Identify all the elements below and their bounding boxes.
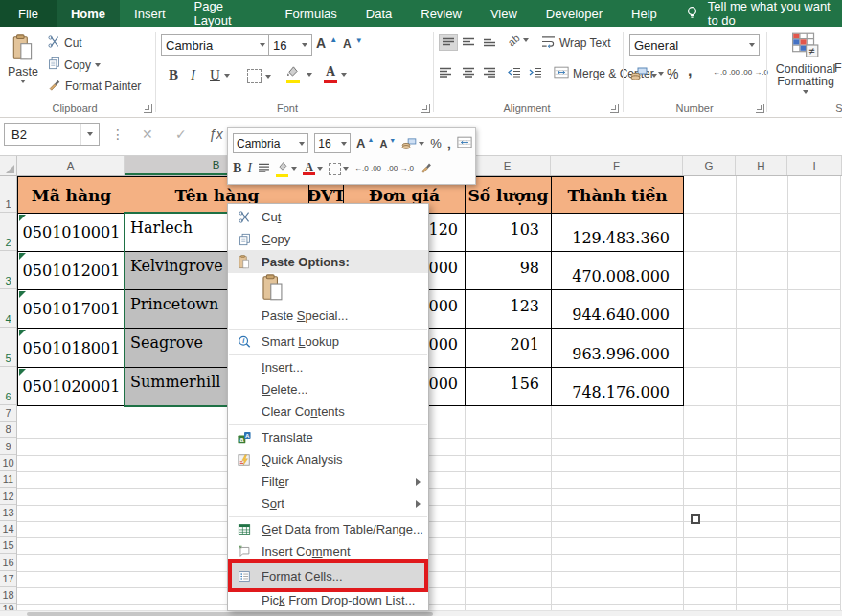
select-all-corner[interactable] <box>0 156 17 175</box>
number-format-combo[interactable]: General <box>629 34 760 56</box>
table-header-so-luong[interactable]: Số lượng <box>465 176 552 214</box>
font-size-combo[interactable]: 16 <box>268 34 312 56</box>
format-as-table-partial[interactable]: F <box>834 61 842 75</box>
cell-e4[interactable]: 123 <box>465 289 552 329</box>
cell-a5[interactable]: 0501018001 <box>17 328 125 368</box>
menu-item-filter[interactable]: Filter <box>228 470 428 492</box>
fill-color-button[interactable] <box>285 65 300 83</box>
format-painter-button[interactable]: Format Painter <box>48 79 141 94</box>
comma-style-button[interactable]: , <box>688 62 692 80</box>
row-header-6[interactable]: 6 <box>0 367 16 405</box>
cell-e5[interactable]: 201 <box>465 328 552 368</box>
bold-button[interactable]: B <box>169 67 178 83</box>
mini-fill-color-button[interactable] <box>276 160 297 177</box>
menu-item-clear-contents[interactable]: Clear Contents <box>228 400 428 422</box>
menu-item-paste-special[interactable]: Paste Special... <box>228 305 428 327</box>
tab-data[interactable]: Data <box>352 0 406 27</box>
underline-button[interactable]: U <box>210 67 230 83</box>
name-box-dropdown[interactable] <box>80 124 99 145</box>
row-header-13[interactable]: 13 <box>0 505 16 521</box>
increase-decimal-button[interactable]: ←.0 .00 <box>713 69 740 77</box>
mini-grow-font-button[interactable]: A▲ <box>356 136 374 150</box>
accounting-format-button[interactable] <box>630 67 657 83</box>
row-header-12[interactable]: 12 <box>0 488 16 505</box>
paste-button[interactable]: Paste <box>8 34 38 83</box>
row-header-3[interactable]: 3 <box>0 251 16 289</box>
mini-font-size-combo[interactable]: 16 <box>314 133 351 153</box>
menu-item-delete[interactable]: Delete... <box>228 378 428 400</box>
middle-align-button[interactable] <box>462 36 475 47</box>
mini-bold-button[interactable]: B <box>233 161 241 176</box>
row-header-7[interactable]: 7 <box>0 405 16 422</box>
font-dialog-launcher[interactable] <box>421 104 430 113</box>
column-header-a[interactable]: A <box>17 156 125 175</box>
insert-function-icon[interactable]: ƒx <box>209 126 223 142</box>
decrease-decimal-button[interactable]: .00 →.0 <box>741 69 768 77</box>
increase-indent-button[interactable] <box>529 67 542 78</box>
cell-a2[interactable]: 0501010001 <box>17 213 125 252</box>
top-align-button[interactable] <box>439 34 458 51</box>
tab-developer[interactable]: Developer <box>532 0 617 27</box>
mini-percent-button[interactable]: % <box>430 136 442 150</box>
font-name-combo[interactable]: Cambria <box>161 34 270 56</box>
paste-icon[interactable] <box>262 274 284 305</box>
cell-f5[interactable]: 963.996.000 <box>551 328 684 368</box>
row-header-14[interactable]: 14 <box>0 521 16 537</box>
mini-merge-center-button[interactable] <box>457 136 472 151</box>
row-header-4[interactable]: 4 <box>0 289 16 328</box>
tab-file[interactable]: File <box>0 0 57 27</box>
mini-decrease-decimal-button[interactable]: .00 →.0 <box>387 165 414 172</box>
wrap-text-button[interactable]: Wrap Text <box>541 35 611 51</box>
row-header-11[interactable]: 11 <box>0 471 16 488</box>
font-color-button[interactable]: A <box>324 64 337 83</box>
menu-item-get-data-from-table[interactable]: Get Data from Table/Range... <box>228 518 428 540</box>
font-color-caret[interactable] <box>341 73 347 77</box>
tab-insert[interactable]: Insert <box>120 0 180 27</box>
row-header-16[interactable]: 16 <box>0 554 16 571</box>
orientation-button[interactable]: ab <box>508 34 529 46</box>
alignment-dialog-launcher[interactable] <box>610 104 619 113</box>
row-header-1[interactable]: 1 <box>0 176 16 213</box>
clipboard-dialog-launcher[interactable] <box>144 104 152 113</box>
tab-help[interactable]: Help <box>617 0 671 27</box>
mini-align-button[interactable] <box>258 162 270 175</box>
mini-borders-button[interactable] <box>329 163 349 175</box>
tab-page-layout[interactable]: Page Layout <box>180 0 271 27</box>
copy-button[interactable]: Copy <box>48 57 101 73</box>
column-header-i[interactable]: I <box>787 156 842 175</box>
menu-item-cut[interactable]: Cut <box>228 206 428 228</box>
menu-item-paste[interactable] <box>228 273 428 305</box>
mini-format-painter-button[interactable] <box>420 162 433 176</box>
decrease-indent-button[interactable] <box>508 67 521 78</box>
align-left-button[interactable] <box>439 67 452 78</box>
tab-formulas[interactable]: Formulas <box>271 0 352 27</box>
italic-button[interactable]: I <box>191 67 195 83</box>
row-header-10[interactable]: 10 <box>0 455 16 471</box>
conditional-formatting-button[interactable]: ≠ Conditional Formatting <box>778 32 833 94</box>
mini-italic-button[interactable]: I <box>247 161 252 176</box>
shrink-font-button[interactable]: A▼ <box>343 37 363 51</box>
cell-f6[interactable]: 748.176.000 <box>551 367 684 406</box>
cell-e6[interactable]: 156 <box>465 367 552 406</box>
cell-a6[interactable]: 0501020001 <box>17 367 125 406</box>
cell-a4[interactable]: 0501017001 <box>17 289 125 329</box>
scrollbar-thumb[interactable] <box>27 612 433 616</box>
cancel-entry-icon[interactable]: ✕ <box>142 126 153 142</box>
mini-shrink-font-button[interactable]: A▼ <box>379 138 396 149</box>
menu-item-copy[interactable]: Copy <box>228 228 428 250</box>
mini-increase-decimal-button[interactable]: ←.0 .00 <box>354 165 381 172</box>
cut-button[interactable]: Cut <box>48 35 82 51</box>
align-right-button[interactable] <box>483 67 496 78</box>
mini-accounting-button[interactable] <box>401 138 424 149</box>
row-header-5[interactable]: 5 <box>0 328 16 367</box>
bottom-align-button[interactable] <box>483 36 496 47</box>
tell-me-box[interactable]: Tell me what you want to do <box>685 0 842 27</box>
tab-review[interactable]: Review <box>406 0 476 27</box>
align-center-button[interactable] <box>462 67 475 78</box>
percent-style-button[interactable]: % <box>667 66 678 81</box>
column-header-g[interactable]: G <box>683 156 736 175</box>
cell-f3[interactable]: 470.008.000 <box>551 251 684 290</box>
cell-f4[interactable]: 944.640.000 <box>551 289 684 329</box>
cell-f2[interactable]: 129.483.360 <box>551 213 684 252</box>
menu-item-sort[interactable]: Sort <box>228 492 428 514</box>
